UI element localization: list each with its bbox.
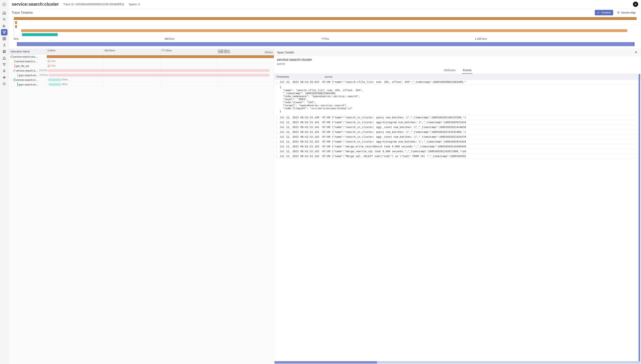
svg-rect-5 bbox=[3, 37, 4, 38]
span-row[interactable]: service:search:s…3ms bbox=[9, 59, 274, 64]
chevron-down-icon[interactable]: ▾ bbox=[12, 79, 15, 81]
overview-span-bar[interactable] bbox=[15, 25, 17, 28]
span-duration-bar[interactable] bbox=[49, 74, 269, 76]
span-color-tick bbox=[17, 83, 18, 86]
tab-events[interactable]: Events bbox=[462, 67, 472, 74]
chevron-right-icon[interactable]: › bbox=[276, 154, 278, 158]
event-source: {"name":"search_in_cluster: agg:histogra… bbox=[332, 140, 639, 143]
event-row[interactable]: ›Jul 12, 2023 06:41:32.142 -07:00{"name"… bbox=[274, 149, 641, 154]
span-row[interactable]: ▾service:search:clus… bbox=[9, 54, 274, 59]
span-duration-bar[interactable] bbox=[47, 55, 274, 58]
nav-rail bbox=[0, 0, 9, 364]
event-timestamp: Jul 12, 2023 06:41:32.142 -07:00 bbox=[280, 154, 330, 158]
span-color-tick bbox=[15, 69, 15, 72]
grid-nav-item[interactable] bbox=[1, 48, 8, 55]
overview-span-bar[interactable] bbox=[15, 21, 17, 24]
event-row[interactable]: ›Jul 12, 2023 06:41:32.140 -07:00{"name"… bbox=[274, 115, 641, 120]
traces-icon bbox=[3, 30, 6, 34]
chevron-right-icon[interactable]: › bbox=[276, 130, 278, 134]
service-map-view-button[interactable]: Service Map bbox=[615, 10, 638, 15]
svg-rect-17 bbox=[4, 77, 6, 78]
chevron-right-icon[interactable]: › bbox=[276, 126, 278, 128]
filter-nav-item[interactable] bbox=[1, 61, 8, 68]
event-row[interactable]: ›Jul 12, 2023 06:41:32.142 -07:00{"name"… bbox=[274, 144, 641, 149]
trace-title: service:search:cluster bbox=[12, 2, 59, 7]
span-details-close-icon[interactable]: ✕ bbox=[634, 50, 638, 54]
sigma-nav-item[interactable] bbox=[1, 42, 8, 48]
overview-span-bar[interactable] bbox=[21, 29, 627, 32]
svg-rect-6 bbox=[5, 37, 6, 38]
span-duration-bar[interactable] bbox=[49, 83, 61, 86]
chevron-right-icon[interactable]: › bbox=[276, 140, 278, 143]
slack-icon bbox=[3, 76, 6, 79]
span-color-tick bbox=[12, 55, 12, 58]
span-duration-bar[interactable] bbox=[48, 64, 51, 67]
span-subservice: querier bbox=[274, 62, 641, 67]
chevron-down-icon[interactable]: ▾ bbox=[12, 70, 15, 72]
timeline-view-button[interactable]: Timeline bbox=[595, 10, 613, 15]
vertical-scrollbar[interactable] bbox=[638, 74, 640, 362]
span-color-tick bbox=[15, 64, 15, 68]
event-row[interactable]: ⌄Jul 12, 2023 06:41:30.623 -07:00{"name"… bbox=[274, 80, 641, 84]
minimap-scrubber[interactable] bbox=[17, 42, 634, 46]
alert-nav-item[interactable] bbox=[1, 55, 8, 61]
span-row[interactable]: ▾service:search:cl…1512ms bbox=[9, 68, 274, 73]
event-row[interactable]: ›Jul 12, 2023 06:41:32.142 -07:00{"name"… bbox=[274, 139, 641, 144]
slack-nav-item[interactable] bbox=[1, 74, 8, 80]
time-header: 0.00ms bbox=[48, 49, 56, 52]
home-nav-item[interactable] bbox=[1, 10, 8, 16]
event-row[interactable]: ›Jul 12, 2023 06:41:32.141 -07:00{"name"… bbox=[274, 120, 641, 125]
user-nav-item[interactable] bbox=[1, 68, 8, 74]
chevron-right-icon[interactable]: › bbox=[276, 150, 278, 153]
chevron-down-icon[interactable]: ▾ bbox=[9, 56, 12, 58]
event-row[interactable]: ›Jul 12, 2023 06:41:32.142 -07:00{"name"… bbox=[274, 134, 641, 139]
bar-chart-icon bbox=[3, 24, 6, 28]
svg-point-23 bbox=[618, 13, 619, 14]
event-timestamp: Jul 12, 2023 06:41:32.141 -07:00 bbox=[280, 130, 330, 134]
events-source-header: source bbox=[325, 75, 639, 78]
span-duration-label: 89ms bbox=[62, 78, 68, 81]
span-duration-bar[interactable] bbox=[48, 78, 61, 81]
alert-icon bbox=[3, 56, 6, 60]
overview-span-bar[interactable] bbox=[22, 33, 58, 36]
search-nav-item[interactable] bbox=[1, 16, 8, 22]
span-name: get_file_list bbox=[16, 64, 46, 68]
overview-span-bar[interactable] bbox=[14, 17, 636, 20]
dashboards-nav-item[interactable] bbox=[1, 36, 8, 42]
operation-name-header: Operation Name bbox=[9, 49, 47, 54]
event-source: {"name":"Merge sql: SELECT sum(\"num\") … bbox=[332, 154, 639, 158]
span-duration-label: 3ms bbox=[51, 60, 56, 62]
event-row[interactable]: ›Jul 12, 2023 06:41:32.141 -07:00{"name"… bbox=[274, 125, 641, 130]
span-row[interactable]: get_file_list0ms bbox=[9, 64, 274, 68]
span-duration-label: 0ms bbox=[51, 64, 56, 67]
chevron-right-icon[interactable]: › bbox=[276, 121, 278, 124]
span-duration-bar[interactable] bbox=[48, 60, 51, 63]
span-duration-label: 1512ms bbox=[39, 69, 48, 72]
span-row[interactable]: grpc:search:en…86ms bbox=[9, 82, 274, 87]
close-button[interactable] bbox=[633, 2, 638, 7]
svg-point-13 bbox=[4, 70, 5, 71]
list-nav-item[interactable] bbox=[1, 80, 8, 87]
span-duration-bar[interactable] bbox=[48, 69, 269, 72]
user-icon bbox=[3, 69, 6, 73]
axis-label: 777ms bbox=[321, 37, 329, 40]
chevron-right-icon[interactable]: › bbox=[276, 145, 278, 148]
event-row[interactable]: ›Jul 12, 2023 06:41:32.141 -07:00{"name"… bbox=[274, 130, 641, 134]
chevron-right-icon[interactable]: › bbox=[276, 135, 278, 138]
event-row[interactable]: ›Jul 12, 2023 06:41:32.142 -07:00{"name"… bbox=[274, 154, 641, 158]
events-grid-header: Timestamp source bbox=[274, 74, 641, 80]
event-source: {"name":"search_in_cluster: query num_ba… bbox=[332, 116, 639, 119]
event-timestamp: Jul 12, 2023 06:41:32.142 -07:00 bbox=[280, 140, 330, 143]
span-color-tick bbox=[15, 60, 15, 63]
tab-attributes[interactable]: Attributes bbox=[443, 67, 456, 74]
chevron-right-icon[interactable]: › bbox=[276, 116, 278, 119]
chevron-down-icon[interactable]: ⌄ bbox=[276, 80, 278, 84]
span-row[interactable]: grpc:search:en…1510ms bbox=[9, 73, 274, 78]
traces-nav-item[interactable] bbox=[1, 29, 8, 36]
app-logo bbox=[2, 2, 7, 7]
horizontal-scrollbar[interactable] bbox=[274, 361, 640, 364]
bar-chart-nav-item[interactable] bbox=[1, 22, 8, 29]
span-rows[interactable]: ▾service:search:clus…service:search:s…3m… bbox=[9, 54, 274, 364]
event-timestamp: Jul 12, 2023 06:41:32.142 -07:00 bbox=[280, 150, 330, 153]
span-row[interactable]: ▾service:search:cl…89ms bbox=[9, 78, 274, 82]
